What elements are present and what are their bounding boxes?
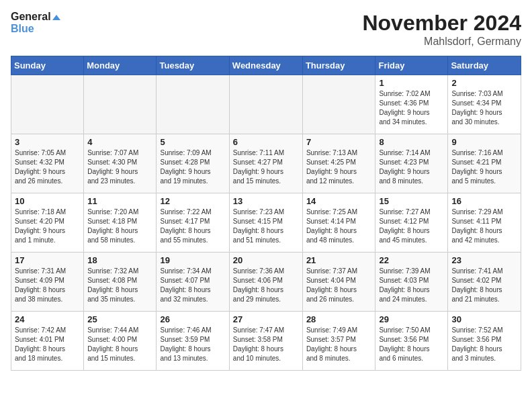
day-number: 13	[233, 196, 299, 206]
day-info: Sunrise: 7:44 AM Sunset: 4:00 PM Dayligh…	[87, 326, 152, 363]
day-info: Sunrise: 7:07 AM Sunset: 4:30 PM Dayligh…	[87, 148, 152, 186]
day-info: Sunrise: 7:42 AM Sunset: 4:01 PM Dayligh…	[15, 326, 80, 363]
day-number: 7	[306, 137, 372, 147]
day-info: Sunrise: 7:13 AM Sunset: 4:25 PM Dayligh…	[306, 148, 372, 186]
day-number: 18	[87, 255, 152, 265]
day-info: Sunrise: 7:27 AM Sunset: 4:12 PM Dayligh…	[379, 208, 444, 245]
calendar-day-header: Sunday	[11, 56, 84, 75]
day-info: Sunrise: 7:36 AM Sunset: 4:06 PM Dayligh…	[233, 267, 299, 304]
calendar-cell: 20Sunrise: 7:36 AM Sunset: 4:06 PM Dayli…	[229, 253, 302, 312]
calendar-cell: 26Sunrise: 7:46 AM Sunset: 3:59 PM Dayli…	[157, 312, 229, 371]
calendar-day-header: Thursday	[302, 56, 375, 75]
calendar-week-row: 10Sunrise: 7:18 AM Sunset: 4:20 PM Dayli…	[11, 193, 521, 253]
calendar-cell: 21Sunrise: 7:37 AM Sunset: 4:04 PM Dayli…	[302, 253, 375, 312]
calendar-day-header: Monday	[84, 56, 157, 75]
day-info: Sunrise: 7:47 AM Sunset: 3:58 PM Dayligh…	[233, 326, 299, 363]
day-info: Sunrise: 7:32 AM Sunset: 4:08 PM Dayligh…	[87, 267, 152, 304]
day-number: 1	[379, 78, 444, 88]
calendar-cell: 17Sunrise: 7:31 AM Sunset: 4:09 PM Dayli…	[11, 253, 84, 312]
calendar-cell: 3Sunrise: 7:05 AM Sunset: 4:32 PM Daylig…	[11, 134, 84, 193]
day-number: 9	[451, 137, 517, 147]
day-number: 28	[306, 314, 372, 324]
calendar-week-row: 17Sunrise: 7:31 AM Sunset: 4:09 PM Dayli…	[11, 253, 521, 312]
day-number: 30	[451, 314, 517, 324]
day-info: Sunrise: 7:29 AM Sunset: 4:11 PM Dayligh…	[451, 208, 517, 245]
day-number: 25	[87, 314, 152, 324]
day-info: Sunrise: 7:14 AM Sunset: 4:23 PM Dayligh…	[379, 148, 444, 186]
day-number: 22	[379, 255, 444, 265]
calendar-cell: 6Sunrise: 7:11 AM Sunset: 4:27 PM Daylig…	[229, 134, 302, 193]
calendar-day-header: Wednesday	[229, 56, 302, 75]
day-info: Sunrise: 7:49 AM Sunset: 3:57 PM Dayligh…	[306, 326, 372, 363]
day-info: Sunrise: 7:23 AM Sunset: 4:15 PM Dayligh…	[233, 208, 299, 245]
day-info: Sunrise: 7:11 AM Sunset: 4:27 PM Dayligh…	[233, 148, 299, 186]
logo-image: General Blue	[11, 11, 60, 34]
calendar-cell: 4Sunrise: 7:07 AM Sunset: 4:30 PM Daylig…	[84, 134, 157, 193]
calendar-cell	[157, 75, 229, 134]
month-title: November 2024	[362, 11, 521, 36]
day-number: 6	[233, 137, 299, 147]
calendar-cell	[84, 75, 157, 134]
day-info: Sunrise: 7:09 AM Sunset: 4:28 PM Dayligh…	[160, 148, 225, 186]
calendar-cell: 27Sunrise: 7:47 AM Sunset: 3:58 PM Dayli…	[229, 312, 302, 371]
day-number: 15	[379, 196, 444, 206]
day-number: 20	[233, 255, 299, 265]
day-number: 23	[451, 255, 517, 265]
day-info: Sunrise: 7:31 AM Sunset: 4:09 PM Dayligh…	[15, 267, 80, 304]
calendar-cell: 8Sunrise: 7:14 AM Sunset: 4:23 PM Daylig…	[375, 134, 448, 193]
day-info: Sunrise: 7:39 AM Sunset: 4:03 PM Dayligh…	[379, 267, 444, 304]
calendar-body: 1Sunrise: 7:02 AM Sunset: 4:36 PM Daylig…	[11, 75, 521, 371]
calendar-cell: 10Sunrise: 7:18 AM Sunset: 4:20 PM Dayli…	[11, 193, 84, 253]
calendar-cell: 1Sunrise: 7:02 AM Sunset: 4:36 PM Daylig…	[375, 75, 448, 134]
day-number: 29	[379, 314, 444, 324]
day-number: 21	[306, 255, 372, 265]
calendar-week-row: 24Sunrise: 7:42 AM Sunset: 4:01 PM Dayli…	[11, 312, 521, 371]
day-info: Sunrise: 7:34 AM Sunset: 4:07 PM Dayligh…	[160, 267, 225, 304]
day-number: 11	[87, 196, 152, 206]
day-info: Sunrise: 7:46 AM Sunset: 3:59 PM Dayligh…	[160, 326, 225, 363]
day-info: Sunrise: 7:18 AM Sunset: 4:20 PM Dayligh…	[15, 208, 80, 245]
calendar-cell: 24Sunrise: 7:42 AM Sunset: 4:01 PM Dayli…	[11, 312, 84, 371]
calendar-cell: 23Sunrise: 7:41 AM Sunset: 4:02 PM Dayli…	[448, 253, 521, 312]
day-info: Sunrise: 7:03 AM Sunset: 4:34 PM Dayligh…	[451, 89, 517, 127]
day-info: Sunrise: 7:22 AM Sunset: 4:17 PM Dayligh…	[160, 208, 225, 245]
calendar-cell: 5Sunrise: 7:09 AM Sunset: 4:28 PM Daylig…	[157, 134, 229, 193]
calendar-table: SundayMondayTuesdayWednesdayThursdayFrid…	[11, 56, 521, 371]
calendar-cell: 18Sunrise: 7:32 AM Sunset: 4:08 PM Dayli…	[84, 253, 157, 312]
calendar-cell: 7Sunrise: 7:13 AM Sunset: 4:25 PM Daylig…	[302, 134, 375, 193]
calendar-cell: 9Sunrise: 7:16 AM Sunset: 4:21 PM Daylig…	[448, 134, 521, 193]
day-info: Sunrise: 7:41 AM Sunset: 4:02 PM Dayligh…	[451, 267, 517, 304]
day-number: 3	[15, 137, 80, 147]
day-info: Sunrise: 7:02 AM Sunset: 4:36 PM Dayligh…	[379, 89, 444, 127]
title-block: November 2024 Mahlsdorf, Germany	[362, 11, 521, 48]
calendar-cell: 14Sunrise: 7:25 AM Sunset: 4:14 PM Dayli…	[302, 193, 375, 253]
calendar-cell: 30Sunrise: 7:52 AM Sunset: 3:56 PM Dayli…	[448, 312, 521, 371]
day-number: 19	[160, 255, 225, 265]
calendar-cell: 12Sunrise: 7:22 AM Sunset: 4:17 PM Dayli…	[157, 193, 229, 253]
calendar-day-header: Friday	[375, 56, 448, 75]
logo: General Blue	[11, 11, 60, 34]
calendar-cell	[11, 75, 84, 134]
day-info: Sunrise: 7:50 AM Sunset: 3:56 PM Dayligh…	[379, 326, 444, 363]
calendar-day-header: Saturday	[448, 56, 521, 75]
day-info: Sunrise: 7:25 AM Sunset: 4:14 PM Dayligh…	[306, 208, 372, 245]
day-number: 8	[379, 137, 444, 147]
day-info: Sunrise: 7:20 AM Sunset: 4:18 PM Dayligh…	[87, 208, 152, 245]
day-info: Sunrise: 7:52 AM Sunset: 3:56 PM Dayligh…	[451, 326, 517, 363]
day-info: Sunrise: 7:37 AM Sunset: 4:04 PM Dayligh…	[306, 267, 372, 304]
calendar-cell: 11Sunrise: 7:20 AM Sunset: 4:18 PM Dayli…	[84, 193, 157, 253]
day-number: 4	[87, 137, 152, 147]
day-info: Sunrise: 7:05 AM Sunset: 4:32 PM Dayligh…	[15, 148, 80, 186]
day-number: 12	[160, 196, 225, 206]
calendar-cell: 19Sunrise: 7:34 AM Sunset: 4:07 PM Dayli…	[157, 253, 229, 312]
calendar-cell	[302, 75, 375, 134]
day-info: Sunrise: 7:16 AM Sunset: 4:21 PM Dayligh…	[451, 148, 517, 186]
location: Mahlsdorf, Germany	[362, 36, 521, 48]
day-number: 10	[15, 196, 80, 206]
day-number: 2	[451, 78, 517, 88]
day-number: 5	[160, 137, 225, 147]
day-number: 17	[15, 255, 80, 265]
page-header: General Blue November 2024 Mahlsdorf, Ge…	[11, 11, 521, 48]
calendar-cell: 28Sunrise: 7:49 AM Sunset: 3:57 PM Dayli…	[302, 312, 375, 371]
day-number: 16	[451, 196, 517, 206]
